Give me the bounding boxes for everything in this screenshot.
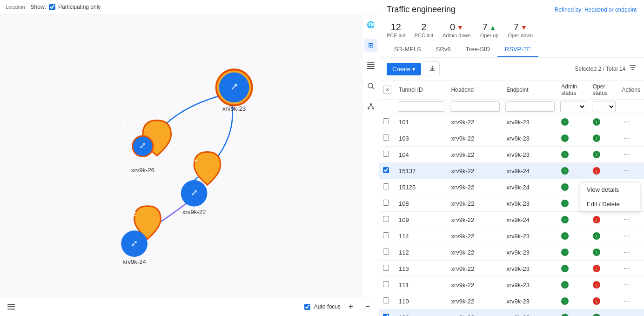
- table-row: 109 xrv9k-22 xrv9k-24 ↑ ↓ ···: [379, 212, 644, 228]
- headend-cell: xrv9k-22: [447, 244, 503, 261]
- headend-filter[interactable]: [450, 101, 500, 112]
- admin-status-cell: ↑: [557, 114, 589, 130]
- stats-row: 12 PCE init 2 PCC init 0 ▼ Admin down 7 …: [387, 18, 637, 42]
- oper-status-down: ↓: [593, 297, 600, 305]
- actions-cell: ···: [618, 163, 644, 179]
- oper-status-filter[interactable]: Up Down: [592, 101, 616, 112]
- search-icon[interactable]: [364, 80, 377, 93]
- bottom-right: Auto-focus + −: [304, 300, 374, 313]
- actions-cell: ···: [618, 130, 644, 147]
- tunnel-id-filter[interactable]: [398, 101, 444, 112]
- zoom-in-icon[interactable]: +: [344, 300, 357, 313]
- row-checkbox[interactable]: [383, 134, 389, 141]
- grid-icon[interactable]: ⊞: [364, 39, 377, 52]
- show-row: Show: Participating only: [31, 4, 101, 10]
- stat-oper-down: 7 ▼ Oper down: [508, 22, 533, 38]
- table-row: 113 xrv9k-22 xrv9k-23 ↑ ↓ ···: [379, 261, 644, 277]
- actions-button[interactable]: ···: [622, 149, 632, 160]
- actions-cell: ···: [618, 293, 644, 309]
- headend-cell: xrv9k-22: [447, 130, 503, 147]
- endpoint-filter[interactable]: [505, 101, 555, 112]
- row-checkbox-cell: [379, 212, 395, 228]
- participating-only-checkbox[interactable]: [49, 4, 55, 10]
- actions-button[interactable]: ···: [622, 247, 632, 257]
- endpoint-cell: xrv9k-23: [503, 244, 557, 261]
- headend-cell: xrv9k-22: [447, 277, 503, 293]
- panel-title: Traffic engineering: [387, 5, 456, 14]
- actions-button[interactable]: ···: [622, 133, 632, 143]
- row-checkbox[interactable]: [383, 183, 389, 189]
- row-checkbox-cell: [379, 261, 395, 277]
- actions-button[interactable]: ···: [622, 296, 632, 306]
- oper-status-cell: ↑: [589, 309, 618, 316]
- oper-status-up: ↑: [593, 134, 600, 142]
- tab-rsvp-te[interactable]: RSVP-TE: [497, 42, 538, 57]
- admin-status-filter[interactable]: Up Down: [560, 101, 586, 112]
- tab-tree-sid[interactable]: Tree-SID: [458, 42, 497, 57]
- admin-status-cell: ↑: [557, 261, 589, 277]
- svg-rect-6: [367, 68, 375, 69]
- admin-down-indicator: ▼: [457, 24, 463, 31]
- stat-admin-down-value: 0 ▼: [450, 22, 463, 33]
- view-details-item[interactable]: View details: [580, 182, 640, 197]
- table-row: 15137 xrv9k-22 xrv9k-24 ↑ ↓ ···: [379, 163, 644, 179]
- admin-status-cell: ↑: [557, 244, 589, 261]
- actions-button[interactable]: ···: [622, 166, 632, 176]
- headend-cell: xrv9k-22: [447, 147, 503, 163]
- hierarchy-icon[interactable]: [364, 100, 377, 113]
- actions-button[interactable]: ···: [622, 231, 632, 241]
- oper-status-down: ↓: [593, 265, 600, 272]
- row-checkbox[interactable]: [383, 297, 389, 303]
- headend-cell: xrv9k-22: [447, 163, 503, 179]
- zoom-out-icon[interactable]: −: [361, 300, 374, 313]
- export-button[interactable]: [425, 61, 440, 76]
- endpoint-cell: xrv9k-24: [503, 179, 557, 195]
- row-checkbox[interactable]: [383, 200, 389, 206]
- participating-only-label: Participating only: [58, 4, 101, 10]
- row-checkbox-cell: [379, 163, 395, 179]
- actions-button[interactable]: ···: [622, 263, 632, 274]
- tab-sr-mpls[interactable]: SR-MPLS: [387, 42, 429, 57]
- actions-cell: ···: [618, 277, 644, 293]
- refined-by[interactable]: Refined by: Headend or endpoint: [555, 7, 637, 13]
- stat-admin-down: 0 ▼ Admin down: [443, 22, 471, 38]
- stat-pcc-init-value: 2: [421, 22, 426, 33]
- tunnel-id-cell: 109: [395, 212, 447, 228]
- layers-icon[interactable]: [364, 59, 377, 72]
- row-checkbox[interactable]: [383, 281, 389, 287]
- row-checkbox[interactable]: [383, 151, 389, 157]
- stat-pce-init: 12 PCE init: [387, 22, 405, 38]
- bottom-bar: Auto-focus + −: [0, 297, 379, 316]
- tunnel-id-cell: 108: [395, 195, 447, 212]
- tab-srv6[interactable]: SRv6: [429, 42, 458, 57]
- actions-button[interactable]: ···: [622, 117, 632, 127]
- clear-filter-icon[interactable]: ✕: [383, 86, 391, 94]
- create-button[interactable]: Create ▾: [387, 63, 421, 75]
- actions-button[interactable]: ···: [622, 280, 632, 290]
- row-checkbox[interactable]: [383, 216, 389, 222]
- oper-status-filter-cell: Up Down: [589, 100, 618, 114]
- headend-cell: xrv9k-22: [447, 212, 503, 228]
- oper-status-cell: ↑: [589, 147, 618, 163]
- filter-icon[interactable]: [629, 65, 637, 73]
- row-checkbox-cell: [379, 228, 395, 244]
- row-checkbox[interactable]: [383, 232, 389, 238]
- oper-status-cell: ↓: [589, 212, 618, 228]
- actions-button[interactable]: ···: [622, 312, 632, 316]
- actions-header: Actions: [618, 81, 644, 100]
- auto-focus-checkbox[interactable]: [304, 304, 310, 310]
- actions-button[interactable]: ···: [622, 215, 632, 225]
- svg-rect-14: [7, 304, 15, 305]
- list-view-icon[interactable]: [5, 300, 18, 313]
- edit-delete-item[interactable]: Edit / Delete: [580, 197, 640, 211]
- admin-status-filter-cell: Up Down: [557, 100, 589, 114]
- globe-icon[interactable]: 🌐: [364, 18, 377, 31]
- bottom-left: [5, 300, 18, 313]
- table-container[interactable]: ✕ Tunnel ID Headend Endpoint Admin statu…: [379, 81, 644, 316]
- row-checkbox[interactable]: [383, 249, 389, 255]
- row-checkbox[interactable]: [383, 265, 389, 271]
- row-checkbox[interactable]: [383, 167, 389, 173]
- row-checkbox[interactable]: [383, 314, 389, 316]
- row-checkbox[interactable]: [383, 118, 389, 124]
- oper-status-up: ↑: [593, 314, 600, 316]
